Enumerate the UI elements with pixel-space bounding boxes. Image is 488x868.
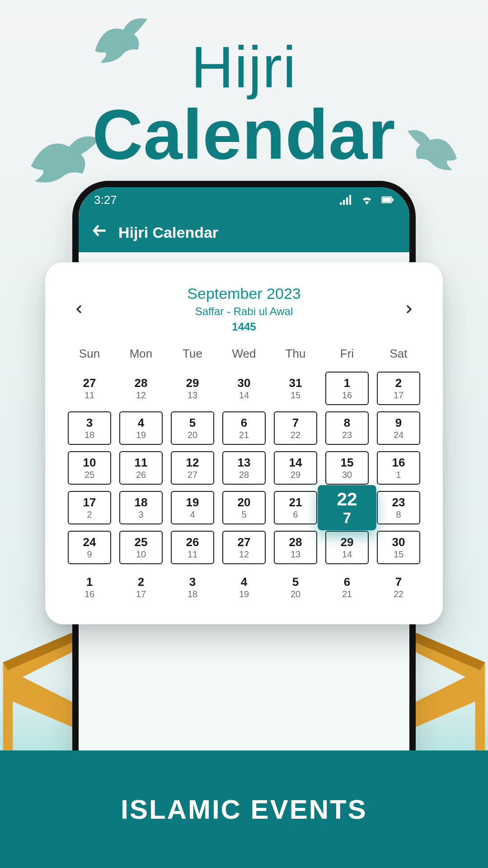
hijri-day: 22 bbox=[291, 430, 300, 440]
calendar-cell[interactable]: 318 bbox=[171, 571, 214, 604]
hijri-day: 12 bbox=[136, 390, 146, 400]
back-button[interactable] bbox=[91, 222, 108, 243]
calendar-cell[interactable]: 2510 bbox=[119, 531, 163, 564]
calendar-cell[interactable]: 3115 bbox=[274, 372, 317, 405]
gregorian-day: 28 bbox=[289, 536, 302, 549]
hijri-day: 14 bbox=[239, 390, 249, 400]
calendar-cell[interactable]: 722 bbox=[274, 411, 317, 445]
hijri-day: 24 bbox=[394, 430, 404, 440]
gregorian-day: 14 bbox=[289, 456, 302, 469]
calendar-cell[interactable]: 924 bbox=[377, 411, 420, 445]
calendar-cell[interactable]: 238 bbox=[377, 491, 420, 524]
gregorian-day: 17 bbox=[83, 496, 96, 509]
hijri-day: 7 bbox=[343, 510, 351, 527]
calendar-cell[interactable]: 249 bbox=[68, 531, 111, 564]
gregorian-day: 26 bbox=[186, 536, 199, 549]
calendar-cell[interactable]: 621 bbox=[222, 411, 266, 445]
hijri-day: 2 bbox=[87, 509, 92, 519]
gregorian-day: 5 bbox=[189, 416, 196, 429]
calendar-cell-selected[interactable]: 227 bbox=[318, 485, 376, 530]
hijri-day: 12 bbox=[239, 549, 249, 559]
svg-rect-6 bbox=[392, 198, 394, 201]
calendar-cell[interactable]: 1429 bbox=[274, 451, 317, 485]
weekday-label: Thu bbox=[274, 347, 317, 361]
calendar-cell[interactable]: 194 bbox=[171, 491, 214, 524]
calendar-cell[interactable]: 217 bbox=[119, 571, 163, 604]
hijri-day: 19 bbox=[239, 589, 249, 599]
gregorian-day: 1 bbox=[86, 576, 93, 589]
calendar-cell[interactable]: 1126 bbox=[119, 451, 163, 485]
hijri-day: 11 bbox=[84, 390, 94, 400]
hijri-day: 4 bbox=[190, 509, 195, 519]
calendar-cell[interactable]: 1328 bbox=[222, 451, 266, 485]
wifi-icon bbox=[361, 195, 373, 205]
svg-rect-3 bbox=[349, 195, 351, 205]
gregorian-day: 22 bbox=[337, 489, 357, 509]
calendar-cell[interactable]: 2712 bbox=[222, 531, 266, 564]
hijri-day: 22 bbox=[394, 589, 404, 599]
hijri-day: 29 bbox=[291, 470, 300, 480]
calendar-cell[interactable]: 172 bbox=[68, 491, 111, 524]
calendar-cell[interactable]: 2812 bbox=[119, 372, 163, 405]
hijri-day: 30 bbox=[342, 470, 352, 480]
hijri-day: 10 bbox=[136, 549, 146, 559]
calendar-cell[interactable]: 520 bbox=[274, 571, 317, 604]
calendar-cell[interactable]: 1227 bbox=[171, 451, 214, 485]
weekday-label: Sun bbox=[68, 347, 111, 361]
calendar-cell[interactable]: 2813 bbox=[274, 531, 317, 564]
calendar-cell[interactable]: 217 bbox=[377, 372, 420, 405]
calendar-cell[interactable]: 1530 bbox=[325, 451, 369, 485]
calendar-cell[interactable]: 722 bbox=[377, 571, 420, 604]
gregorian-day: 11 bbox=[135, 456, 148, 469]
gregorian-day: 18 bbox=[135, 496, 148, 509]
calendar-cell[interactable]: 216 bbox=[274, 491, 317, 524]
svg-rect-1 bbox=[343, 200, 345, 205]
title-line-1: Hijri bbox=[0, 36, 488, 98]
next-month-button[interactable] bbox=[397, 297, 420, 321]
calendar-cell[interactable]: 116 bbox=[68, 571, 111, 604]
calendar-cell[interactable]: 3014 bbox=[222, 372, 266, 405]
svg-rect-5 bbox=[382, 198, 391, 202]
gregorian-day: 23 bbox=[392, 496, 405, 509]
calendar-cell[interactable]: 419 bbox=[222, 571, 266, 604]
calendar-cell[interactable]: 2914 bbox=[325, 531, 369, 564]
gregorian-day: 13 bbox=[238, 456, 251, 469]
hijri-day: 26 bbox=[136, 470, 146, 480]
calendar-cell[interactable]: 116 bbox=[325, 372, 369, 405]
gregorian-day: 24 bbox=[83, 536, 96, 549]
hijri-day: 13 bbox=[188, 390, 197, 400]
calendar-cell[interactable]: 3015 bbox=[377, 531, 420, 564]
status-icons bbox=[340, 195, 394, 205]
hijri-day: 25 bbox=[84, 470, 94, 480]
calendar-cell[interactable]: 1025 bbox=[68, 451, 111, 485]
calendar-cell[interactable]: 2913 bbox=[171, 372, 214, 405]
gregorian-day: 25 bbox=[135, 536, 148, 549]
hijri-day: 15 bbox=[291, 390, 300, 400]
calendar-cell[interactable]: 183 bbox=[119, 491, 163, 524]
calendar-cell[interactable]: 2711 bbox=[68, 372, 111, 405]
bottom-banner: ISLAMIC EVENTS bbox=[0, 750, 488, 868]
hijri-day: 3 bbox=[138, 509, 143, 519]
marketing-title: Hijri Calendar bbox=[0, 36, 488, 171]
hijri-day: 27 bbox=[188, 470, 197, 480]
chevron-left-icon bbox=[74, 304, 85, 315]
calendar-grid: 2711281229133014311511621731841952062172… bbox=[68, 372, 420, 604]
calendar-cell[interactable]: 823 bbox=[325, 411, 369, 445]
calendar-cell[interactable]: 520 bbox=[171, 411, 214, 445]
calendar-cell[interactable]: 2611 bbox=[171, 531, 214, 564]
hijri-day: 15 bbox=[394, 549, 404, 559]
calendar-cell[interactable]: 161 bbox=[377, 451, 420, 485]
calendar-cell[interactable]: 205 bbox=[222, 491, 266, 524]
calendar-cell[interactable]: 621 bbox=[325, 571, 369, 604]
weekday-header-row: SunMonTueWedThuFriSat bbox=[68, 347, 420, 361]
gregorian-day: 10 bbox=[83, 456, 96, 469]
hijri-day: 16 bbox=[342, 390, 352, 400]
gregorian-day: 4 bbox=[241, 576, 247, 589]
prev-month-button[interactable] bbox=[68, 297, 91, 321]
status-bar: 3:27 bbox=[79, 187, 409, 212]
gregorian-day: 29 bbox=[186, 377, 199, 390]
calendar-cell[interactable]: 419 bbox=[119, 411, 163, 445]
gregorian-day: 30 bbox=[392, 536, 405, 549]
title-line-2: Calendar bbox=[0, 98, 488, 172]
calendar-cell[interactable]: 318 bbox=[68, 411, 111, 445]
